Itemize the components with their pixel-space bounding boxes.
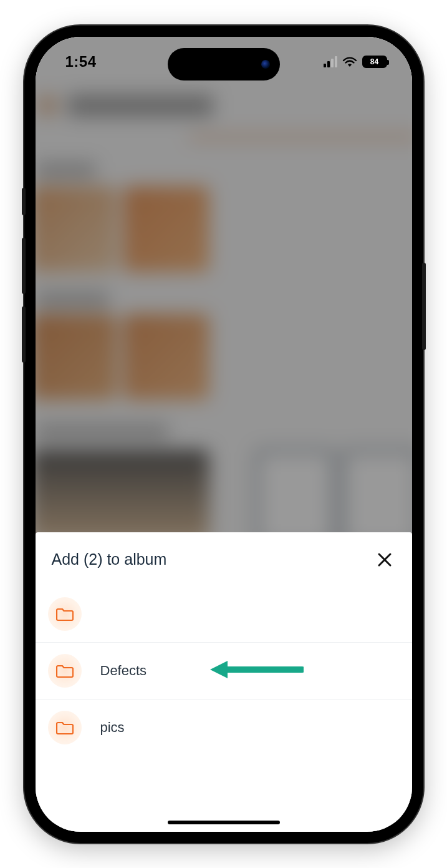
- battery-pct: 84: [370, 57, 378, 66]
- add-to-album-sheet: Add (2) to album: [36, 532, 412, 832]
- folder-icon: [48, 711, 82, 744]
- status-time: 1:54: [65, 53, 97, 71]
- front-camera: [261, 60, 270, 69]
- status-icons: 84: [324, 56, 387, 68]
- folder-icon: [48, 654, 82, 688]
- phone-frame: 1:54 84: [24, 26, 423, 843]
- wifi-icon: [342, 56, 357, 67]
- home-indicator[interactable]: [168, 821, 280, 824]
- close-icon: [377, 552, 393, 568]
- volume-down-button: [22, 306, 26, 363]
- power-button: [422, 263, 426, 350]
- album-row-pics[interactable]: pics: [36, 700, 412, 756]
- volume-up-button: [22, 238, 26, 294]
- album-row-new[interactable]: [36, 586, 412, 643]
- sheet-header: Add (2) to album: [36, 532, 412, 586]
- close-button[interactable]: [373, 549, 396, 571]
- album-row-defects[interactable]: Defects: [36, 643, 412, 700]
- battery-icon: 84: [362, 56, 387, 68]
- sheet-title: Add (2) to album: [52, 550, 167, 568]
- tutorial-arrow: [210, 658, 304, 683]
- album-name: pics: [100, 719, 125, 736]
- screen: 1:54 84: [36, 37, 412, 832]
- folder-icon: [48, 597, 82, 631]
- side-button: [22, 188, 26, 215]
- cellular-icon: [324, 56, 337, 67]
- album-name: Defects: [100, 663, 147, 679]
- svg-marker-3: [210, 661, 228, 678]
- dynamic-island: [168, 48, 280, 80]
